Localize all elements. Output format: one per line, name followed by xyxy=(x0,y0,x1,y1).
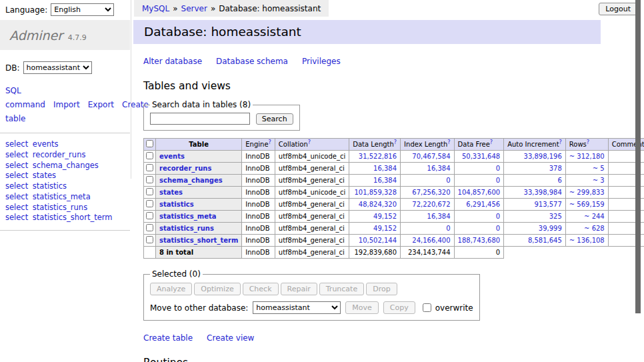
data-length-link[interactable]: 16,384 xyxy=(373,165,397,172)
table-name-link[interactable]: statistics_meta xyxy=(159,213,216,220)
index-length-link[interactable]: 0 xyxy=(446,177,450,184)
data-free-link[interactable]: 188,743,680 xyxy=(458,237,501,244)
data-free-help-link[interactable]: ? xyxy=(490,139,493,145)
row-checkbox-states[interactable] xyxy=(146,188,153,195)
truncate-button[interactable]: Truncate xyxy=(319,283,364,295)
table-name-link[interactable]: schema_changes xyxy=(159,177,223,184)
table-name-link[interactable]: recorder_runs xyxy=(159,165,211,172)
data-length-link[interactable]: 49,152 xyxy=(373,225,397,232)
rows-link[interactable]: ~ 3 xyxy=(593,177,605,184)
collation-help-link[interactable]: ? xyxy=(308,139,311,145)
auto-increment-link[interactable]: 39,999 xyxy=(539,225,562,232)
table-link-events[interactable]: events xyxy=(33,139,59,149)
breadcrumb-link-server[interactable]: Server xyxy=(181,4,207,13)
data-length-link[interactable]: 101,859,328 xyxy=(354,189,397,196)
select-link-recorder-runs[interactable]: select xyxy=(5,150,28,159)
rows-help-link[interactable]: ? xyxy=(587,139,589,145)
link-sql-command[interactable]: SQL command xyxy=(5,86,45,109)
select-link-states[interactable]: select xyxy=(5,171,28,180)
index-length-link[interactable]: 70,467,584 xyxy=(412,153,450,160)
rows-link[interactable]: ~ 136,108 xyxy=(569,237,605,244)
search-button[interactable]: Search xyxy=(256,113,293,125)
rows-link[interactable]: ~ 569,159 xyxy=(569,201,605,208)
auto-increment-help-link[interactable]: ? xyxy=(559,139,562,145)
check-button[interactable]: Check xyxy=(243,283,279,295)
table-link-recorder-runs[interactable]: recorder_runs xyxy=(33,150,86,159)
table-name-link[interactable]: events xyxy=(159,153,185,160)
link-create-view[interactable]: Create view xyxy=(207,333,254,343)
auto-increment-link[interactable]: 33,398,984 xyxy=(524,189,562,196)
repair-button[interactable]: Repair xyxy=(281,283,317,295)
table-link-statistics-meta[interactable]: statistics_meta xyxy=(33,192,91,201)
rows-link[interactable]: ~ 312,180 xyxy=(569,153,605,160)
index-length-link[interactable]: 16,384 xyxy=(427,213,451,220)
row-checkbox-recorder-runs[interactable] xyxy=(146,164,153,171)
index-length-help-link[interactable]: ? xyxy=(447,139,450,145)
data-length-link[interactable]: 10,502,144 xyxy=(359,237,397,244)
table-name-link[interactable]: statistics xyxy=(159,201,194,208)
overwrite-checkbox[interactable] xyxy=(423,303,431,312)
table-name-link[interactable]: statistics_runs xyxy=(159,225,214,232)
rows-link[interactable]: ~ 628 xyxy=(584,225,605,232)
select-link-events[interactable]: select xyxy=(5,139,28,149)
data-free-link[interactable]: 0 xyxy=(496,225,500,232)
move-button[interactable]: Move xyxy=(345,301,379,314)
select-link-statistics-meta[interactable]: select xyxy=(5,192,28,201)
data-free-link[interactable]: 6,291,456 xyxy=(466,201,500,208)
scrollbar-thumb[interactable] xyxy=(635,0,641,313)
index-length-link[interactable]: 24,166,400 xyxy=(412,237,450,244)
engine-help-link[interactable]: ? xyxy=(269,139,271,145)
data-length-link[interactable]: 48,824,320 xyxy=(359,201,397,208)
db-select[interactable]: homeassistant xyxy=(23,61,92,74)
row-checkbox-schema-changes[interactable] xyxy=(146,176,153,183)
select-all-checkbox[interactable] xyxy=(146,140,153,147)
select-link-statistics[interactable]: select xyxy=(5,181,28,191)
link-create-table[interactable]: Create table xyxy=(143,333,193,343)
auto-increment-link[interactable]: 8,581,645 xyxy=(528,237,562,244)
auto-increment-link[interactable]: 378 xyxy=(549,165,562,172)
data-length-link[interactable]: 31,522,816 xyxy=(359,153,397,160)
auto-increment-link[interactable]: 325 xyxy=(549,213,562,220)
data-free-link[interactable]: 104,857,600 xyxy=(458,189,501,196)
data-length-help-link[interactable]: ? xyxy=(394,139,397,145)
data-free-link[interactable]: 50,331,648 xyxy=(462,153,500,160)
rows-link[interactable]: ~ 5 xyxy=(593,165,605,172)
link-import[interactable]: Import xyxy=(53,100,80,109)
index-length-link[interactable]: 67,256,320 xyxy=(412,189,450,196)
logout-button[interactable]: Logout xyxy=(599,3,637,15)
link-database-schema[interactable]: Database schema xyxy=(216,57,288,66)
index-length-link[interactable]: 72,220,672 xyxy=(412,201,450,208)
row-checkbox-statistics-meta[interactable] xyxy=(146,212,153,219)
data-free-link[interactable]: 0 xyxy=(496,165,500,172)
auto-increment-link[interactable]: 6 xyxy=(557,177,561,184)
data-free-link[interactable]: 0 xyxy=(496,213,500,220)
data-length-link[interactable]: 49,152 xyxy=(373,213,397,220)
row-checkbox-statistics[interactable] xyxy=(146,200,153,207)
auto-increment-link[interactable]: 913,577 xyxy=(534,201,561,208)
drop-button[interactable]: Drop xyxy=(366,283,397,295)
link-export[interactable]: Export xyxy=(88,100,114,109)
move-db-select[interactable]: homeassistant xyxy=(253,301,341,314)
table-link-statistics[interactable]: statistics xyxy=(33,181,67,191)
select-link-statistics-short-term[interactable]: select xyxy=(5,213,28,222)
select-link-statistics-runs[interactable]: select xyxy=(5,203,28,212)
row-checkbox-statistics-short-term[interactable] xyxy=(146,236,153,243)
language-select[interactable]: English xyxy=(51,3,114,16)
link-privileges[interactable]: Privileges xyxy=(302,57,341,66)
analyze-button[interactable]: Analyze xyxy=(150,283,192,295)
rows-link[interactable]: ~ 244 xyxy=(584,213,605,220)
auto-increment-link[interactable]: 33,898,196 xyxy=(524,153,562,160)
copy-button[interactable]: Copy xyxy=(383,301,415,314)
data-length-link[interactable]: 16,384 xyxy=(373,177,397,184)
index-length-link[interactable]: 16,384 xyxy=(427,165,451,172)
row-checkbox-events[interactable] xyxy=(146,152,153,159)
row-checkbox-statistics-runs[interactable] xyxy=(146,224,153,231)
index-length-link[interactable]: 0 xyxy=(446,225,450,232)
rows-link[interactable]: ~ 299,833 xyxy=(569,189,605,196)
table-link-statistics-short-term[interactable]: statistics_short_term xyxy=(33,213,113,222)
search-input[interactable] xyxy=(150,113,250,125)
table-link-statistics-runs[interactable]: statistics_runs xyxy=(33,203,87,212)
breadcrumb-link-mysql[interactable]: MySQL xyxy=(142,4,169,13)
optimize-button[interactable]: Optimize xyxy=(194,283,240,295)
table-name-link[interactable]: statistics_short_term xyxy=(159,237,238,244)
